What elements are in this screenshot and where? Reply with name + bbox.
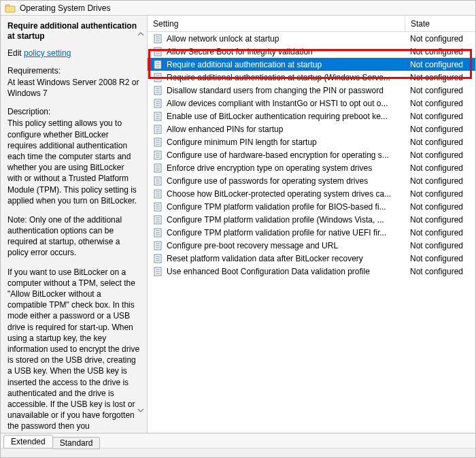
policy-state: Not configured xyxy=(405,267,475,276)
policy-icon xyxy=(153,150,164,161)
policy-icon xyxy=(153,137,164,148)
policy-row[interactable]: Allow devices compliant with InstantGo o… xyxy=(148,97,475,110)
policy-name: Allow network unlock at startup xyxy=(167,34,405,44)
policy-icon xyxy=(153,227,164,238)
requirements-label: Requirements: xyxy=(7,66,140,76)
policy-row[interactable]: Configure TPM platform validation profil… xyxy=(148,226,475,239)
settings-list[interactable]: Allow network unlock at startupNot confi… xyxy=(148,32,475,433)
policy-state: Not configured xyxy=(405,137,475,147)
policy-state: Not configured xyxy=(405,163,475,173)
policy-row[interactable]: Configure use of passwords for operating… xyxy=(148,174,475,187)
policy-name: Require additional authentication at sta… xyxy=(167,73,405,82)
policy-state: Not configured xyxy=(405,99,475,108)
policy-name: Configure TPM platform validation profil… xyxy=(167,228,405,238)
policy-row[interactable]: Use enhanced Boot Configuration Data val… xyxy=(148,265,475,278)
column-setting[interactable]: Setting xyxy=(148,19,405,29)
content-body: Require additional authentication at sta… xyxy=(1,16,475,433)
policy-name: Allow Secure Boot for integrity validati… xyxy=(167,47,405,56)
tab-standard[interactable]: Standard xyxy=(52,437,101,449)
policy-state: Not configured xyxy=(405,189,475,199)
policy-row[interactable]: Configure TPM platform validation profil… xyxy=(148,213,475,226)
policy-state: Not configured xyxy=(405,112,475,121)
policy-icon xyxy=(153,72,164,83)
policy-row[interactable]: Allow Secure Boot for integrity validati… xyxy=(148,45,475,58)
policy-state: Not configured xyxy=(405,150,475,160)
policy-row[interactable]: Configure minimum PIN length for startup… xyxy=(148,135,475,148)
tab-extended[interactable]: Extended xyxy=(3,435,53,448)
policy-name: Configure pre-boot recovery message and … xyxy=(167,241,405,250)
policy-icon xyxy=(153,189,164,199)
edit-policy-link[interactable]: Edit policy setting xyxy=(7,48,140,58)
policy-icon xyxy=(153,253,164,264)
policy-state: Not configured xyxy=(405,34,475,44)
column-state[interactable]: State xyxy=(405,16,475,31)
policy-icon xyxy=(153,111,164,122)
gpo-editor-window: Operating System Drives Require addition… xyxy=(0,0,476,458)
details-pane: Require additional authentication at sta… xyxy=(1,16,148,433)
policy-row[interactable]: Disallow standard users from changing th… xyxy=(148,84,475,97)
policy-name: Configure use of passwords for operating… xyxy=(167,176,405,186)
policy-row[interactable]: Configure use of hardware-based encrypti… xyxy=(148,148,475,161)
policy-row[interactable]: Require additional authentication at sta… xyxy=(148,58,475,71)
policy-state: Not configured xyxy=(405,202,475,212)
policy-name: Use enhanced Boot Configuration Data val… xyxy=(167,267,405,276)
policy-icon xyxy=(153,176,164,186)
description-label: Description: xyxy=(7,107,140,116)
policy-state: Not configured xyxy=(405,125,475,134)
policy-state: Not configured xyxy=(405,241,475,250)
policy-icon xyxy=(153,59,164,70)
policy-name: Disallow standard users from changing th… xyxy=(167,86,405,95)
column-headers: Setting State xyxy=(148,16,475,32)
settings-list-pane: Setting State Allow network unlock at st… xyxy=(148,16,475,433)
description-p1: This policy setting allows you to config… xyxy=(7,118,140,206)
policy-name: Configure TPM platform validation profil… xyxy=(167,202,405,212)
view-tabs: Extended Standard xyxy=(1,433,475,448)
policy-state: Not configured xyxy=(405,228,475,238)
svg-rect-1 xyxy=(5,6,15,12)
policy-state: Not configured xyxy=(405,176,475,186)
status-bar xyxy=(1,448,475,457)
policy-name: Choose how BitLocker-protected operating… xyxy=(167,189,405,199)
policy-state: Not configured xyxy=(405,215,475,225)
policy-icon xyxy=(153,33,164,44)
requirements-text: At least Windows Server 2008 R2 or Windo… xyxy=(7,77,140,99)
policy-icon xyxy=(153,201,164,212)
policy-name: Configure TPM platform validation profil… xyxy=(167,215,405,225)
policy-icon xyxy=(153,240,164,251)
policy-state: Not configured xyxy=(405,73,475,82)
policy-name: Enforce drive encryption type on operati… xyxy=(167,163,405,173)
policy-row[interactable]: Configure pre-boot recovery message and … xyxy=(148,239,475,252)
policy-name: Require additional authentication at sta… xyxy=(167,60,405,69)
policy-icon xyxy=(153,214,164,225)
description-text: This policy setting allows you to config… xyxy=(7,118,140,431)
policy-row[interactable]: Configure TPM platform validation profil… xyxy=(148,200,475,213)
policy-row[interactable]: Enable use of BitLocker authentication r… xyxy=(148,110,475,122)
policy-name: Allow devices compliant with InstantGo o… xyxy=(167,99,405,108)
policy-setting-link[interactable]: policy setting xyxy=(24,48,71,58)
folder-icon xyxy=(5,3,16,14)
policy-icon xyxy=(153,266,164,277)
policy-row[interactable]: Allow network unlock at startupNot confi… xyxy=(148,32,475,45)
policy-name: Configure use of hardware-based encrypti… xyxy=(167,150,405,160)
policy-state: Not configured xyxy=(405,86,475,95)
policy-name: Configure minimum PIN length for startup xyxy=(167,137,405,147)
policy-state: Not configured xyxy=(405,254,475,263)
policy-row[interactable]: Require additional authentication at sta… xyxy=(148,71,475,84)
policy-name: Allow enhanced PINs for startup xyxy=(167,125,405,134)
policy-state: Not configured xyxy=(405,47,475,56)
policy-icon xyxy=(153,85,164,96)
description-p2: Note: Only one of the additional authent… xyxy=(7,214,140,259)
policy-icon xyxy=(153,98,164,109)
window-title: Operating System Drives xyxy=(20,3,110,13)
policy-row[interactable]: Choose how BitLocker-protected operating… xyxy=(148,187,475,200)
policy-icon xyxy=(153,124,164,135)
policy-title: Require additional authentication at sta… xyxy=(7,21,140,42)
policy-row[interactable]: Reset platform validation data after Bit… xyxy=(148,252,475,265)
policy-icon xyxy=(153,46,164,57)
titlebar: Operating System Drives xyxy=(1,1,475,16)
policy-row[interactable]: Allow enhanced PINs for startupNot confi… xyxy=(148,122,475,135)
policy-icon xyxy=(153,163,164,174)
policy-name: Reset platform validation data after Bit… xyxy=(167,254,405,263)
policy-row[interactable]: Enforce drive encryption type on operati… xyxy=(148,161,475,174)
edit-prefix: Edit xyxy=(7,48,24,58)
